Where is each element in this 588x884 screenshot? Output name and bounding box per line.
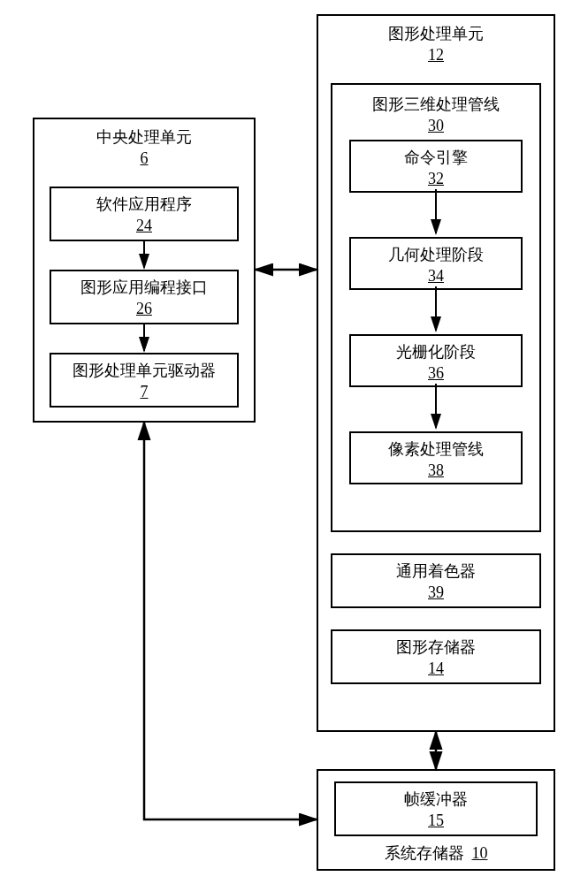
pixel-box: 像素处理管线 38 <box>349 431 523 484</box>
sysmem-num: 10 <box>472 844 488 862</box>
gpu-box: 图形处理单元 12 图形三维处理管线 30 命令引擎 32 几何处理阶段 34 … <box>317 14 555 732</box>
raster-label: 光栅化阶段 <box>351 341 521 362</box>
cpu-driver-box: 图形处理单元驱动器 7 <box>50 353 239 408</box>
gmem-num: 14 <box>332 659 539 678</box>
gmem-label: 图形存储器 <box>332 636 539 658</box>
cpu-software-num: 24 <box>51 217 237 235</box>
geom-label: 几何处理阶段 <box>351 244 521 265</box>
cpu-num: 6 <box>34 149 254 168</box>
framebuf-label: 帧缓冲器 <box>336 789 536 810</box>
cpu-box: 中央处理单元 6 软件应用程序 24 图形应用编程接口 26 图形处理单元驱动器… <box>33 118 256 423</box>
cmd-label: 命令引擎 <box>351 147 521 168</box>
shader-num: 39 <box>332 583 539 602</box>
geom-num: 34 <box>351 267 521 286</box>
cpu-driver-label: 图形处理单元驱动器 <box>51 360 237 381</box>
raster-num: 36 <box>351 364 521 383</box>
cpu-api-num: 26 <box>51 300 237 318</box>
shader-label: 通用着色器 <box>332 560 539 582</box>
gmem-box: 图形存储器 14 <box>331 629 541 684</box>
cmd-box: 命令引擎 32 <box>349 140 523 193</box>
pipeline-title: 图形三维处理管线 <box>332 94 539 115</box>
cpu-api-label: 图形应用编程接口 <box>51 277 237 298</box>
sysmem-title: 系统存储器 <box>385 844 464 862</box>
pipeline-num: 30 <box>332 117 539 135</box>
framebuf-num: 15 <box>336 812 536 830</box>
sysmem-box: 帧缓冲器 15 系统存储器 10 <box>317 769 555 871</box>
gpu-num: 12 <box>318 46 554 65</box>
shader-box: 通用着色器 39 <box>331 553 541 608</box>
cpu-software-label: 软件应用程序 <box>51 194 237 215</box>
pipeline-box: 图形三维处理管线 30 命令引擎 32 几何处理阶段 34 光栅化阶段 36 像… <box>331 83 541 532</box>
cpu-api-box: 图形应用编程接口 26 <box>50 270 239 324</box>
cmd-num: 32 <box>351 170 521 188</box>
cpu-title: 中央处理单元 <box>34 126 254 148</box>
pixel-num: 38 <box>351 461 521 480</box>
framebuf-box: 帧缓冲器 15 <box>334 781 538 836</box>
cpu-driver-num: 7 <box>51 383 237 401</box>
raster-box: 光栅化阶段 36 <box>349 334 523 387</box>
cpu-software-box: 软件应用程序 24 <box>50 187 239 241</box>
geom-box: 几何处理阶段 34 <box>349 237 523 290</box>
pixel-label: 像素处理管线 <box>351 438 521 460</box>
gpu-title: 图形处理单元 <box>318 23 554 44</box>
